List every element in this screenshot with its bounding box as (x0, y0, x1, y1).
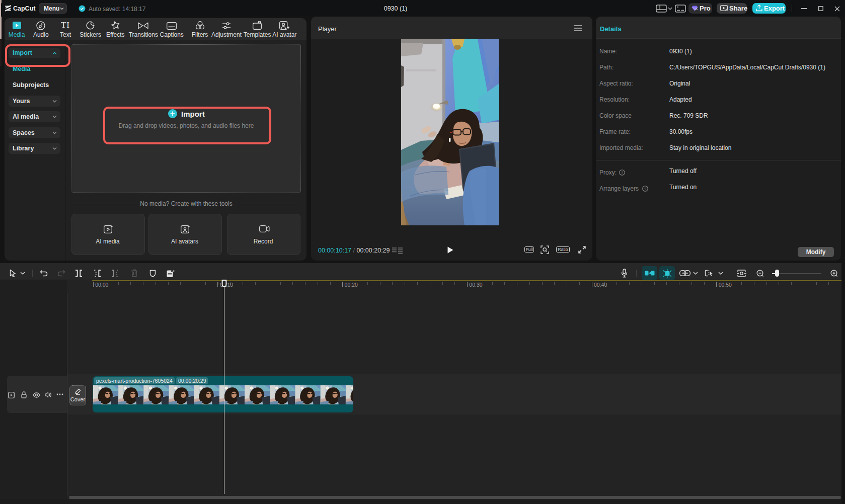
svg-text:?: ? (644, 187, 647, 191)
svg-text:?: ? (621, 171, 624, 175)
